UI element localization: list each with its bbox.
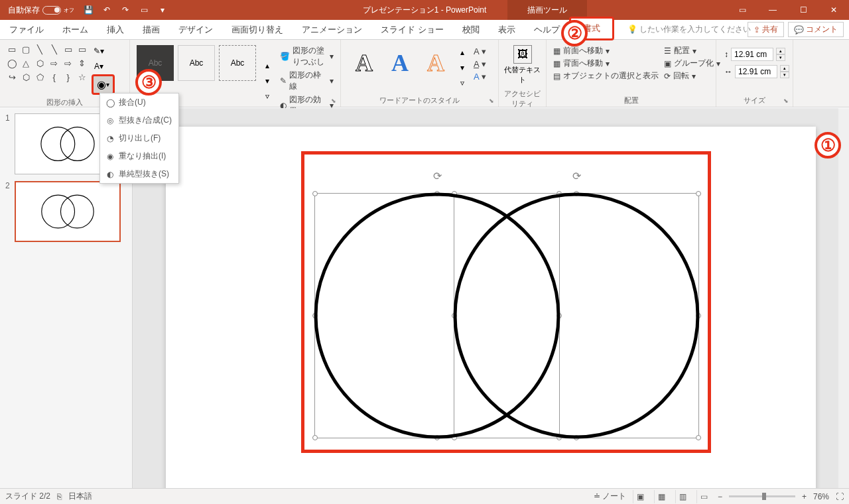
normal-view-icon[interactable]: ▣	[633, 490, 647, 503]
menu-fragment[interactable]: ◔切り出し(F)	[100, 129, 178, 147]
style-preset[interactable]: Abc	[219, 45, 256, 81]
shape-outline-button[interactable]: ✎図形の枠線 ▾	[280, 70, 334, 92]
shape-fill-button[interactable]: 🪣図形の塗りつぶし ▾	[280, 45, 334, 68]
reading-view-icon[interactable]: ▥	[675, 490, 690, 503]
shape-icon[interactable]: ╲	[47, 42, 60, 56]
slide-thumbnail-2[interactable]	[15, 181, 121, 242]
tab-animations[interactable]: アニメーション	[293, 20, 371, 40]
shape-icon[interactable]: }	[62, 70, 75, 84]
redo-icon[interactable]: ↷	[117, 1, 134, 19]
gallery-up-icon[interactable]: ▴	[455, 45, 470, 60]
shape-icon[interactable]: ☆	[76, 70, 89, 84]
spin-up-icon[interactable]: ▴	[780, 65, 789, 72]
zoom-in-icon[interactable]: +	[802, 492, 807, 501]
sorter-view-icon[interactable]: ▦	[654, 490, 669, 503]
tab-draw[interactable]: 描画	[133, 20, 169, 40]
send-backward-button[interactable]: ▦背面へ移動 ▾	[553, 58, 659, 69]
minimize-icon[interactable]: —	[757, 0, 788, 20]
menu-intersect[interactable]: ◉重なり抽出(I)	[100, 147, 178, 165]
slideshow-icon[interactable]: ▭	[135, 1, 153, 19]
text-effects-button[interactable]: A ▾	[474, 72, 486, 82]
dialog-launcher-icon[interactable]: ⬊	[783, 97, 791, 105]
tab-view[interactable]: 表示	[489, 20, 525, 40]
fit-window-icon[interactable]: ⛶	[836, 492, 844, 501]
bring-forward-button[interactable]: ▦前面へ移動 ▾	[553, 45, 659, 56]
shapes-gallery[interactable]: ▭▢╲╲▭▭ ◯△⬡⇨⇨⇕ ↪⬡⬠{}☆	[4, 41, 90, 97]
gallery-more-icon[interactable]: ▿	[260, 89, 275, 103]
dialog-launcher-icon[interactable]: ⬊	[331, 97, 339, 105]
tab-design[interactable]: デザイン	[169, 20, 222, 40]
ribbon-options-icon[interactable]: ▭	[727, 0, 757, 20]
menu-combine[interactable]: ◎型抜き/合成(C)	[100, 111, 178, 129]
maximize-icon[interactable]: ☐	[788, 0, 818, 20]
gallery-more-icon[interactable]: ▿	[455, 76, 470, 90]
tab-transitions[interactable]: 画面切り替え	[222, 20, 293, 40]
undo-icon[interactable]: ↶	[98, 1, 115, 19]
save-icon[interactable]: 💾	[80, 1, 97, 19]
rotate-button[interactable]: ⟳回転 ▾	[664, 70, 720, 82]
shape-icon[interactable]: ▭	[5, 42, 19, 56]
circle-shape[interactable]	[455, 194, 698, 437]
shape-icon[interactable]: ⬡	[19, 70, 33, 84]
height-input[interactable]	[731, 48, 773, 61]
slide-canvas[interactable]: ⟳ ⟳	[166, 127, 816, 488]
shape-icon[interactable]: {	[47, 70, 60, 84]
tell-me-input[interactable]: 💡 したい作業を入力してください	[627, 24, 751, 35]
selection-pane-button[interactable]: ▤オブジェクトの選択と表示	[553, 70, 659, 82]
shape-icon[interactable]: ⇕	[76, 56, 89, 70]
tab-file[interactable]: ファイル	[0, 20, 53, 40]
gallery-down-icon[interactable]: ▾	[455, 60, 470, 75]
style-preset[interactable]: Abc	[178, 45, 215, 81]
shape-icon[interactable]: △	[19, 56, 33, 70]
circle-shape[interactable]	[316, 194, 558, 437]
wordart-preset[interactable]: A	[419, 45, 452, 81]
gallery-down-icon[interactable]: ▾	[260, 74, 275, 88]
wordart-preset[interactable]: A	[348, 45, 381, 81]
notes-button[interactable]: ≐ ノート	[594, 491, 626, 502]
width-input[interactable]	[735, 65, 777, 78]
shape-icon[interactable]: ↪	[5, 70, 19, 84]
spin-up-icon[interactable]: ▴	[776, 48, 785, 54]
vertical-scrollbar[interactable]	[838, 108, 849, 488]
zoom-slider[interactable]	[729, 495, 795, 497]
slide-canvas-area[interactable]: ⟳ ⟳	[133, 108, 849, 488]
gallery-up-icon[interactable]: ▴	[260, 58, 275, 73]
autosave-toggle[interactable]: 自動保存 オフ	[4, 5, 78, 16]
tab-review[interactable]: 校閲	[453, 20, 489, 40]
shape-icon[interactable]: ◯	[5, 56, 19, 70]
shape-icon[interactable]: ╲	[33, 42, 46, 56]
shape-icon[interactable]: ⇨	[47, 56, 60, 70]
shape-icon[interactable]: ▭	[76, 42, 89, 56]
close-icon[interactable]: ✕	[818, 0, 849, 20]
tab-home[interactable]: ホーム	[53, 20, 98, 40]
slideshow-view-icon[interactable]: ▭	[696, 490, 711, 503]
shape-icon[interactable]: ⇨	[62, 56, 75, 70]
shape-icon[interactable]: ⬡	[33, 56, 46, 70]
menu-subtract[interactable]: ◐単純型抜き(S)	[100, 165, 178, 183]
accessibility-check-icon[interactable]: ⎘	[57, 492, 62, 501]
merge-shapes-button[interactable]: ◉▾	[92, 74, 115, 95]
language-indicator[interactable]: 日本語	[68, 491, 92, 502]
shape-icon[interactable]: ⬠	[33, 70, 46, 84]
tab-insert[interactable]: 挿入	[98, 20, 133, 40]
more-icon[interactable]: ▾	[154, 1, 171, 19]
textbox-button[interactable]: A▾	[92, 59, 106, 74]
spin-down-icon[interactable]: ▾	[780, 72, 789, 78]
shape-icon[interactable]: ▭	[62, 42, 75, 56]
group-button[interactable]: ▣グループ化 ▾	[664, 58, 720, 69]
tab-slideshow[interactable]: スライド ショー	[371, 20, 453, 40]
alt-text-button[interactable]: 代替テキスト	[504, 65, 541, 85]
menu-union[interactable]: ◯接合(U)	[100, 94, 178, 111]
zoom-level[interactable]: 76%	[813, 492, 829, 501]
text-outline-button[interactable]: A ▾	[474, 59, 486, 69]
share-button[interactable]: ⇪共有	[748, 22, 784, 37]
shape-icon[interactable]: ▢	[19, 42, 33, 56]
comments-button[interactable]: 💬コメント	[788, 22, 844, 37]
edit-shape-button[interactable]: ✎▾	[92, 44, 106, 58]
dialog-launcher-icon[interactable]: ⬊	[489, 97, 497, 105]
align-button[interactable]: ☰配置 ▾	[664, 45, 720, 56]
text-fill-button[interactable]: A ▾	[474, 46, 486, 56]
zoom-out-icon[interactable]: −	[718, 492, 722, 501]
wordart-gallery[interactable]: A A A ▴ ▾ ▿	[345, 41, 472, 94]
wordart-preset[interactable]: A	[383, 45, 417, 81]
